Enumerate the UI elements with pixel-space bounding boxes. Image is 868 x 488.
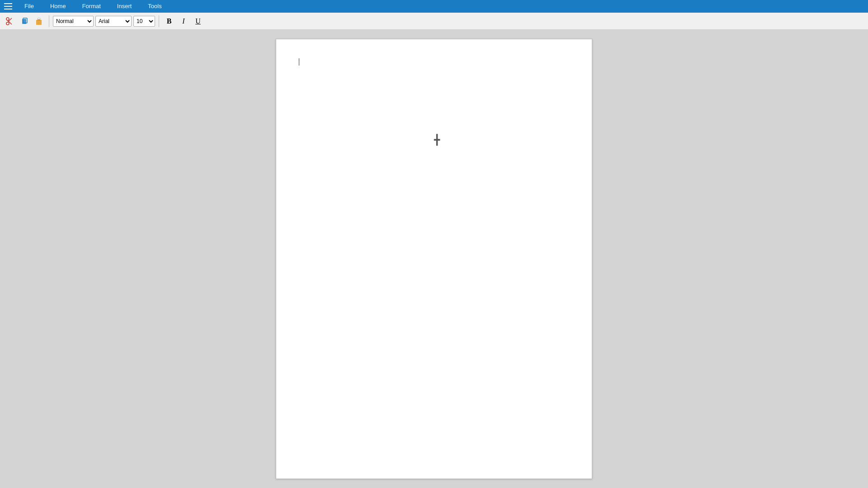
toolbar-separator-2 [159,15,159,27]
menu-item-home[interactable]: Home [42,0,74,13]
document-page[interactable]: ╋ [276,39,592,479]
bold-button[interactable]: B [163,15,175,28]
underline-button[interactable]: U [192,15,204,28]
font-size-select[interactable]: 8 9 10 11 12 14 [133,16,155,27]
svg-rect-8 [38,18,40,19]
paste-icon [34,17,43,26]
document-area: ╋ [0,30,868,488]
cut-button[interactable] [4,15,16,28]
paragraph-style-select[interactable]: Normal Heading 1 Heading 2 Heading 3 [53,16,94,27]
text-cursor [299,58,299,66]
hamburger-menu-button[interactable] [0,0,16,13]
italic-button[interactable]: I [177,15,190,28]
toolbar-separator-1 [49,15,49,27]
paste-button[interactable] [33,15,45,28]
copy-icon [20,17,29,26]
menu-item-tools[interactable]: Tools [140,0,170,13]
svg-point-1 [6,18,9,20]
menu-item-format[interactable]: Format [74,0,109,13]
cut-icon [5,17,14,26]
svg-point-0 [6,22,9,25]
menu-item-file[interactable]: File [16,0,42,13]
menu-bar: File Home Format Insert Tools [0,0,868,13]
toolbar: Normal Heading 1 Heading 2 Heading 3 Ari… [0,13,868,30]
svg-rect-6 [36,20,42,25]
mouse-cursor-indicator: ╋ [434,134,440,146]
copy-button[interactable] [18,15,31,28]
font-family-select[interactable]: Arial Times New Roman Courier New Verdan… [95,16,132,27]
menu-item-insert[interactable]: Insert [109,0,140,13]
